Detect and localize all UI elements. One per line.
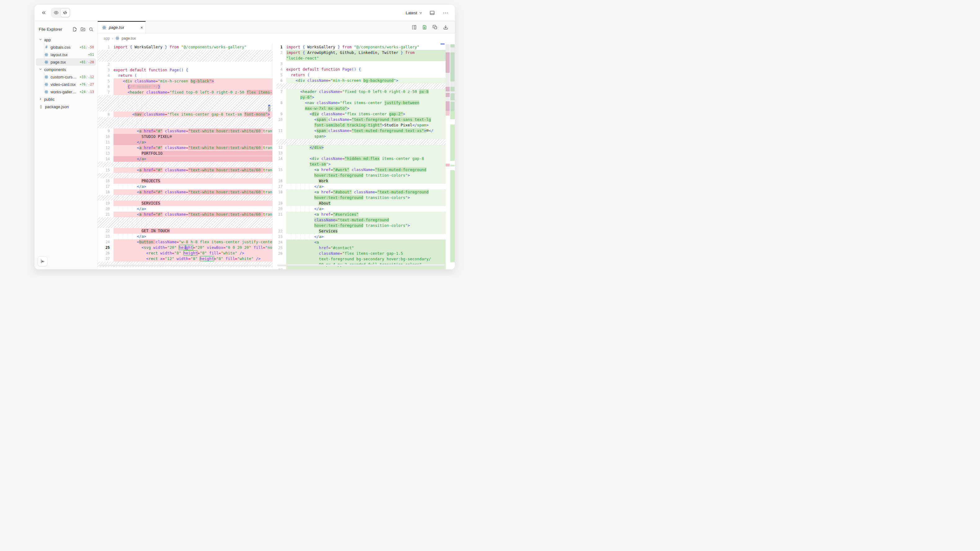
code-line[interactable]: 27 > (276, 267, 445, 269)
tab-close-icon[interactable]: × (140, 25, 143, 30)
code-line[interactable]: 24 <button className="w-8 h-8 flex items… (98, 239, 272, 245)
code-line[interactable]: 13 PORTFOLIO (98, 151, 272, 156)
code-line[interactable]: 17 </a> (98, 184, 272, 189)
search-button[interactable] (88, 26, 94, 33)
code-line[interactable]: 7 <header className="fixed top-0 left-0 … (98, 90, 272, 95)
sidebar-item-globals.css[interactable]: #globals.css+51/-50 (36, 43, 96, 51)
code-line[interactable]: 8 <nav className="flex items-center just… (276, 100, 445, 106)
code-line[interactable]: 1import { WorksGallery } from "@/compone… (98, 44, 272, 50)
code-line[interactable]: 24 <a (276, 240, 445, 245)
code-line[interactable]: py-6"> (276, 95, 445, 100)
code-line[interactable]: 21 <a href="#" className="text-white hov… (98, 212, 272, 217)
code-line[interactable]: text-sm"> (276, 162, 445, 167)
code-line[interactable]: className="text-muted-foreground (276, 217, 445, 223)
code-line[interactable]: 8 <nav className="flex items-center gap-… (98, 111, 272, 117)
code-line[interactable]: 16 Work (276, 178, 445, 184)
code-line[interactable]: 10 STUDIO PIXEL® (98, 134, 272, 140)
code-line[interactable]: 18 <a href="#" className="text-white hov… (98, 189, 272, 195)
code-line[interactable]: "lucide-react" (276, 56, 445, 61)
diff-pane-modified[interactable]: 1import { WorksGallery } from "@/compone… (276, 43, 445, 269)
code-line[interactable]: 9 <div className="flex items-center gap-… (276, 111, 445, 117)
code-line[interactable]: 19 SERVICES (98, 200, 272, 206)
new-folder-button[interactable] (80, 26, 86, 33)
right-pane-hscrollbar[interactable] (277, 264, 445, 266)
code-line[interactable]: 16 PROJECTS (98, 178, 272, 184)
code-line[interactable]: 14 </a> (98, 156, 272, 162)
collapsed-region-spacer (98, 162, 272, 167)
more-options-button[interactable]: ⋯ (441, 8, 450, 17)
collapse-panel-button[interactable] (38, 256, 48, 266)
code-line[interactable]: 11 <span className="text-muted-foregroun… (276, 128, 445, 133)
code-line[interactable]: 2 (98, 62, 272, 67)
sidebar-item-page.tsx[interactable]: page.tsx+81/-28 (36, 58, 96, 66)
code-line[interactable]: max-w-7xl mx-auto"> (276, 106, 445, 111)
sidebar-item-custom-curs-[interactable]: custom-curs…+33/-12 (36, 73, 96, 81)
sidebar-item-package.json[interactable]: {}package.json (36, 103, 96, 110)
breadcrumb-folder[interactable]: app (103, 36, 110, 41)
code-line[interactable]: font-semibold tracking-tight">Studio Pix… (276, 122, 445, 128)
code-line[interactable]: 17 </a> (276, 184, 445, 189)
panel-layout-button[interactable] (428, 8, 436, 17)
code-line[interactable]: 26 <rect width="8" height="8" fill="whit… (98, 250, 272, 256)
code-line[interactable]: 6 <div className="min-h-screen bg-backgr… (276, 78, 445, 83)
diff-pane-original[interactable]: 1import { WorksGallery } from "@/compone… (98, 43, 273, 269)
code-line[interactable]: 3 (276, 61, 445, 67)
preview-toggle-button[interactable] (52, 9, 60, 17)
code-line[interactable]: 23 </a> (276, 234, 445, 240)
code-line[interactable]: 1import { WorksGallery } from "@/compone… (276, 44, 445, 50)
sidebar-item-components[interactable]: components (36, 66, 96, 73)
code-line[interactable]: 20 </a> (276, 206, 445, 212)
line-number: 16 (98, 178, 113, 184)
code-line[interactable]: 9 <a href="#" className="text-white hove… (98, 128, 272, 134)
code-line[interactable]: 22 Services (276, 229, 445, 234)
code-line[interactable]: 15 <a href="#work" className="text-muted… (276, 167, 445, 173)
code-line[interactable]: 25 <svg width="20" height="20" viewBox="… (98, 245, 272, 250)
code-line[interactable]: hover:text-foreground transition-colors"… (276, 195, 445, 200)
code-line[interactable]: 3export default function Page() { (98, 67, 272, 73)
copy-code-button[interactable] (431, 23, 439, 32)
code-line[interactable]: 2import { ArrowUpRight, Github, Linkedin… (276, 50, 445, 56)
code-line[interactable]: span> (276, 133, 445, 139)
download-button[interactable] (441, 23, 450, 32)
code-line[interactable]: 15 <a href="#" className="text-white hov… (98, 167, 272, 173)
code-line[interactable]: 23 </a> (98, 233, 272, 239)
code-line[interactable]: 26 className="flex items-center gap-1.5 (276, 251, 445, 256)
code-line[interactable]: 4export default function Page() { (276, 67, 445, 72)
code-line[interactable]: 22 GET IN TOUCH (98, 228, 272, 233)
code-line[interactable]: 10 <span className="text-foreground font… (276, 117, 445, 122)
tab-page-tsx[interactable]: page.tsx × (98, 21, 146, 33)
left-pane-hscrollbar[interactable] (99, 264, 271, 266)
code-line[interactable]: 12 <a href="#" className="text-white hov… (98, 145, 272, 151)
code-line[interactable]: 5 <div className="min-h-screen bg-black"… (98, 78, 272, 84)
code-line[interactable]: 20 </a> (98, 206, 272, 212)
code-line[interactable]: text-foreground bg-secondary hover:bg-se… (276, 256, 445, 262)
diff-view-button[interactable] (420, 23, 429, 32)
code-line[interactable]: 5 return ( (276, 72, 445, 78)
code-line[interactable]: 27 <rect x="12" width="8" height="8" fil… (98, 256, 272, 262)
code-line[interactable]: 12 </div> (276, 145, 445, 150)
collapse-sidebar-button[interactable] (40, 8, 48, 17)
split-view-button[interactable] (410, 23, 418, 32)
sidebar-item-works-galler-[interactable]: works-galler…+24/-13 (36, 88, 96, 95)
code-line[interactable]: 4 return ( (98, 73, 272, 78)
code-line[interactable]: 18 <a href="#about" className="text-mute… (276, 189, 445, 195)
code-line[interactable]: 13 (276, 150, 445, 156)
sidebar-item-video-card.tsx[interactable]: video-card.tsx+76/-27 (36, 81, 96, 88)
code-line[interactable]: 11 </a> (98, 140, 272, 145)
new-file-button[interactable] (71, 26, 78, 33)
chevron-down-icon (419, 11, 423, 15)
sidebar-item-layout.tsx[interactable]: layout.tsx+51 (36, 51, 96, 58)
code-line[interactable]: 25 href="#contact" (276, 245, 445, 251)
sidebar-item-public[interactable]: public (36, 95, 96, 103)
code-line[interactable]: 7 <header className="fixed top-0 left-0 … (276, 89, 445, 95)
code-line[interactable]: 21 <a href="#services" (276, 212, 445, 217)
code-toggle-button[interactable] (60, 8, 70, 17)
code-line[interactable]: 14 <div className="hidden md:flex items-… (276, 156, 445, 162)
code-line[interactable]: 19 About (276, 200, 445, 206)
sidebar-item-app[interactable]: app (36, 36, 96, 43)
version-selector[interactable]: Latest (406, 11, 423, 15)
code-line[interactable]: 6 {/* Header */} (98, 84, 272, 90)
line-number: 5 (276, 72, 286, 78)
code-line[interactable]: hover:text-foreground transition-colors"… (276, 173, 445, 178)
code-line[interactable]: hover:text-foreground transition-colors"… (276, 223, 445, 229)
